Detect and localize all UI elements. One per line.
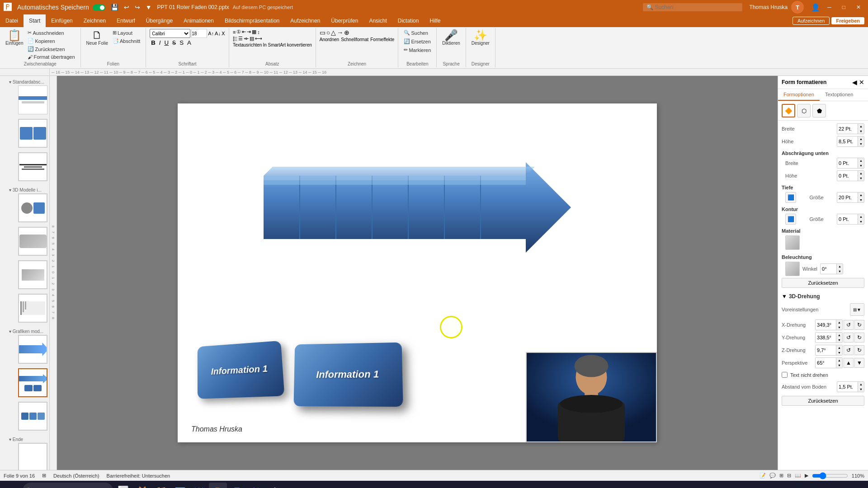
notes-btn[interactable]: 📝: [760, 473, 766, 479]
panel-tab-textoptionen[interactable]: Textoptionen: [820, 89, 859, 101]
hoehe-input[interactable]: [837, 138, 858, 145]
slide-thumb-6[interactable]: [18, 260, 47, 289]
neue-folie-btn[interactable]: 🗋 Neue Folie: [85, 29, 110, 47]
hoehe-down[interactable]: ▼: [858, 141, 864, 146]
search-taskbar-btn[interactable]: 🔍 Suchen: [23, 483, 113, 488]
tiefe-down[interactable]: ▼: [858, 197, 864, 202]
x-rotate-left[interactable]: ↺: [844, 320, 854, 330]
tiefe-up[interactable]: ▲: [858, 192, 864, 197]
ab-breite-up[interactable]: ▲: [858, 158, 864, 163]
voreinstellungen-btn[interactable]: ⊞▼: [850, 303, 864, 316]
text-align-btn[interactable]: Textausrichten: [233, 42, 262, 47]
perspektive-up-btn[interactable]: ▲: [844, 358, 854, 368]
start-btn[interactable]: ⊞: [4, 483, 22, 488]
icon-tab-line[interactable]: ⬡: [797, 104, 811, 117]
list-bullet-btn[interactable]: ≡: [233, 29, 236, 35]
justify-btn[interactable]: ▤: [250, 36, 254, 42]
beleuchtung-preset-btn[interactable]: [785, 262, 800, 276]
tab-uebergaenge[interactable]: Übergänge: [141, 14, 178, 27]
task-view-btn[interactable]: ⬜: [114, 483, 132, 488]
teams-btn[interactable]: T: [228, 483, 246, 488]
icon-tab-effects[interactable]: ⬟: [812, 104, 826, 117]
view-slideshow[interactable]: ▶: [805, 473, 808, 479]
shape-rect[interactable]: ▭: [320, 29, 326, 36]
kopieren-btn[interactable]: 📄 Kopieren: [26, 37, 76, 45]
breite-input[interactable]: [837, 126, 858, 132]
perspektive-down-btn[interactable]: ▼: [854, 358, 864, 368]
kontur-up[interactable]: ▲: [858, 214, 864, 219]
text-nicht-drehen-checkbox[interactable]: [782, 372, 788, 378]
y-down[interactable]: ▼: [836, 338, 842, 343]
font-size-input[interactable]: [191, 29, 207, 38]
tab-aufzeichnen[interactable]: Aufzeichnen: [285, 14, 326, 27]
designer-btn[interactable]: ✨ Designer: [470, 29, 491, 47]
info-box-2[interactable]: Information 1: [293, 343, 401, 406]
word-btn[interactable]: W: [190, 483, 208, 488]
tab-dictation[interactable]: Dictation: [392, 14, 425, 27]
section-ende[interactable]: ▾ Ende: [9, 435, 47, 443]
ausschneiden-btn[interactable]: ✂ Ausschneiden: [26, 29, 76, 37]
winkel-up[interactable]: ▲: [837, 264, 843, 269]
material-preset-btn[interactable]: [785, 235, 800, 250]
slide-thumb-8[interactable]: [18, 335, 47, 364]
ersetzen-btn[interactable]: 🔄 Ersetzen: [402, 38, 432, 45]
diktieren-btn[interactable]: 🎤 Diktieren: [440, 29, 462, 47]
z-drehung-input[interactable]: [816, 347, 836, 353]
view-slide-sorter[interactable]: ⊟: [787, 473, 791, 479]
slide-thumb-11[interactable]: [18, 443, 47, 470]
view-reading[interactable]: 📖: [795, 473, 801, 479]
tab-zeichnen[interactable]: Zeichnen: [78, 14, 111, 27]
z-rotate-left[interactable]: ↺: [844, 345, 854, 355]
x-rotate-right[interactable]: ↻: [854, 320, 864, 330]
italic-btn[interactable]: I: [158, 39, 162, 47]
kontur-color-btn[interactable]: 🟦: [785, 214, 796, 225]
shape-tri[interactable]: △: [331, 29, 336, 36]
z-rotate-right[interactable]: ↻: [854, 345, 864, 355]
kontur-groesse-input[interactable]: [837, 216, 858, 222]
align-center-btn[interactable]: ☰: [238, 36, 243, 42]
comments-btn[interactable]: 💬: [769, 473, 776, 479]
min-button[interactable]: ─: [824, 4, 835, 10]
zoom-slider[interactable]: [812, 472, 848, 479]
y-rotate-right[interactable]: ↻: [854, 333, 864, 343]
perspektive-down[interactable]: ▼: [836, 363, 842, 368]
max-button[interactable]: □: [839, 4, 849, 10]
abstand-down[interactable]: ▼: [858, 387, 864, 392]
zuruecksetzen-btn[interactable]: 🔄 Zurücksetzen: [26, 45, 76, 53]
perspektive-input[interactable]: [816, 360, 836, 366]
layout-btn[interactable]: ⊞ Layout: [111, 29, 142, 37]
suchen-btn[interactable]: 🔍 Suchen: [402, 29, 429, 37]
clear-format-btn[interactable]: Ⅹ: [222, 31, 225, 37]
kontur-down[interactable]: ▼: [858, 219, 864, 224]
tab-hilfe[interactable]: Hilfe: [424, 14, 446, 27]
section-grafiken[interactable]: ▾ Grafiken mod...: [9, 327, 47, 335]
outlook-btn[interactable]: 📧: [171, 483, 189, 488]
abstand-boden-input[interactable]: [837, 384, 858, 390]
undo-button[interactable]: ↩: [122, 3, 131, 12]
slide-thumb-9[interactable]: [18, 368, 47, 397]
ab-hoehe-input[interactable]: [837, 173, 858, 179]
x-drehung-input[interactable]: [816, 322, 836, 328]
perspektive-up[interactable]: ▲: [836, 358, 842, 363]
anordnen-btn[interactable]: Anordnen: [320, 37, 339, 42]
freigeben-button[interactable]: Freigeben: [831, 17, 864, 24]
shape-arrow[interactable]: →: [337, 29, 343, 36]
align-right-btn[interactable]: ⬲: [244, 36, 249, 42]
powerpoint-taskbar-btn[interactable]: P: [209, 483, 227, 488]
save-button[interactable]: 💾: [109, 3, 120, 12]
panel-collapse-btn[interactable]: ◀: [852, 79, 857, 86]
panel-tab-formoptionen[interactable]: Formoptionen: [778, 89, 820, 101]
ab-hoehe-up[interactable]: ▲: [858, 171, 864, 176]
panel-close-btn[interactable]: ✕: [859, 79, 864, 86]
ab-breite-down[interactable]: ▼: [858, 163, 864, 168]
tab-datei[interactable]: Datei: [0, 14, 24, 27]
line-spacing-btn[interactable]: ↕: [257, 29, 260, 35]
slide-thumb-4[interactable]: [18, 193, 47, 222]
slide-thumb-3[interactable]: [18, 152, 47, 181]
3d-arrow-shape[interactable]: [264, 158, 571, 258]
list-num-btn[interactable]: ①: [236, 29, 241, 35]
tiefe-color-btn[interactable]: 🟦: [785, 192, 796, 203]
slide-canvas[interactable]: Information 1 Information 1 Thomas Hrusk…: [178, 103, 657, 442]
align-left-btn[interactable]: ⬱: [233, 36, 237, 42]
strikethrough-btn[interactable]: S̶: [171, 39, 177, 47]
